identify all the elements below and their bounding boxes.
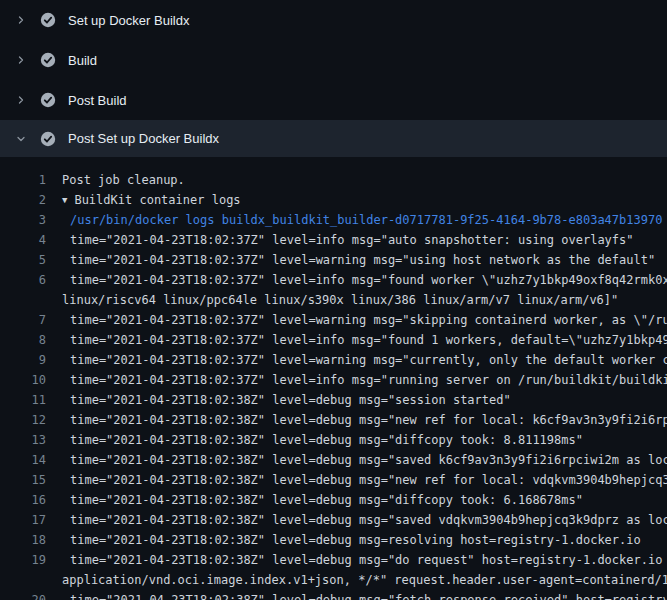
log-text: time="2021-04-23T18:02:38Z" level=debug … [46, 410, 667, 430]
line-number[interactable]: 13 [0, 430, 46, 450]
log-line: 3/usr/bin/docker logs buildx_buildkit_bu… [0, 210, 667, 230]
chevron-right-icon[interactable] [14, 93, 28, 107]
log-line: 1Post job cleanup. [0, 170, 667, 190]
log-line: 4time="2021-04-23T18:02:37Z" level=info … [0, 230, 667, 250]
line-number[interactable]: 16 [0, 490, 46, 510]
log-line: 14time="2021-04-23T18:02:38Z" level=debu… [0, 450, 667, 470]
line-number[interactable]: 11 [0, 390, 46, 410]
step-header-post-build[interactable]: Post Build [0, 80, 667, 120]
line-number[interactable]: 17 [0, 510, 46, 530]
line-number[interactable]: 9 [0, 350, 46, 370]
log-text: time="2021-04-23T18:02:38Z" level=debug … [46, 510, 667, 530]
log-text: time="2021-04-23T18:02:38Z" level=debug … [46, 490, 667, 510]
check-circle-icon [40, 52, 56, 68]
log-text: time="2021-04-23T18:02:38Z" level=debug … [46, 590, 667, 600]
log-line: 9time="2021-04-23T18:02:37Z" level=warni… [0, 350, 667, 370]
log-viewer: 1Post job cleanup.2▼BuildKit container l… [0, 157, 667, 600]
log-text: linux/riscv64 linux/ppc64le linux/s390x … [46, 290, 667, 310]
log-text: time="2021-04-23T18:02:38Z" level=debug … [46, 450, 667, 470]
log-text: time="2021-04-23T18:02:37Z" level=warnin… [46, 310, 667, 330]
log-text: Post job cleanup. [46, 170, 667, 190]
line-number[interactable]: 20 [0, 590, 46, 600]
log-command-text: /usr/bin/docker logs buildx_buildkit_bui… [46, 210, 667, 230]
chevron-right-icon[interactable] [14, 13, 28, 27]
log-line: 7time="2021-04-23T18:02:37Z" level=warni… [0, 310, 667, 330]
check-circle-icon [40, 12, 56, 28]
step-header-build[interactable]: Build [0, 40, 667, 80]
step-header-set-up-docker-buildx[interactable]: Set up Docker Buildx [0, 0, 667, 40]
log-line: 11time="2021-04-23T18:02:38Z" level=debu… [0, 390, 667, 410]
line-number[interactable]: 14 [0, 450, 46, 470]
step-label: Build [68, 53, 97, 68]
log-text: time="2021-04-23T18:02:37Z" level=info m… [46, 270, 667, 290]
step-header-post-set-up-docker-buildx[interactable]: Post Set up Docker Buildx [0, 120, 667, 157]
log-text: time="2021-04-23T18:02:37Z" level=info m… [46, 230, 667, 250]
log-text: application/vnd.oci.image.index.v1+json,… [46, 570, 667, 590]
log-line: 10time="2021-04-23T18:02:37Z" level=info… [0, 370, 667, 390]
check-circle-icon [40, 131, 56, 147]
line-number[interactable]: 12 [0, 410, 46, 430]
log-line: 16time="2021-04-23T18:02:38Z" level=debu… [0, 490, 667, 510]
line-number[interactable]: 19 [0, 550, 46, 570]
log-line: linux/riscv64 linux/ppc64le linux/s390x … [0, 290, 667, 310]
line-number[interactable]: 5 [0, 250, 46, 270]
line-number[interactable]: 3 [0, 210, 46, 230]
triangle-down-icon: ▼ [62, 190, 67, 210]
log-text: time="2021-04-23T18:02:38Z" level=debug … [46, 390, 667, 410]
line-number[interactable]: 4 [0, 230, 46, 250]
log-line: 12time="2021-04-23T18:02:38Z" level=debu… [0, 410, 667, 430]
line-number[interactable]: 10 [0, 370, 46, 390]
log-text: time="2021-04-23T18:02:38Z" level=debug … [46, 430, 667, 450]
line-number[interactable]: 18 [0, 530, 46, 550]
log-text: time="2021-04-23T18:02:38Z" level=debug … [46, 530, 667, 550]
line-number[interactable] [0, 570, 46, 590]
chevron-right-icon[interactable] [14, 53, 28, 67]
workflow-log-page: Set up Docker BuildxBuildPost BuildPost … [0, 0, 667, 600]
log-line: 5time="2021-04-23T18:02:37Z" level=warni… [0, 250, 667, 270]
check-circle-icon [40, 92, 56, 108]
line-number[interactable]: 15 [0, 470, 46, 490]
log-text: time="2021-04-23T18:02:37Z" level=info m… [46, 330, 667, 350]
log-text: time="2021-04-23T18:02:37Z" level=info m… [46, 370, 667, 390]
log-text: time="2021-04-23T18:02:37Z" level=warnin… [46, 350, 667, 370]
line-number[interactable]: 8 [0, 330, 46, 350]
line-number[interactable]: 2 [0, 190, 46, 210]
log-group-toggle[interactable]: ▼BuildKit container logs [46, 190, 667, 210]
log-text: time="2021-04-23T18:02:38Z" level=debug … [46, 550, 667, 570]
line-number[interactable]: 6 [0, 270, 46, 290]
line-number[interactable]: 7 [0, 310, 46, 330]
group-label: BuildKit container logs [74, 190, 240, 210]
line-number[interactable] [0, 290, 46, 310]
log-line: 8time="2021-04-23T18:02:37Z" level=info … [0, 330, 667, 350]
step-label: Post Build [68, 93, 127, 108]
chevron-down-icon[interactable] [14, 132, 28, 146]
log-text: time="2021-04-23T18:02:37Z" level=warnin… [46, 250, 667, 270]
step-list: Set up Docker BuildxBuildPost BuildPost … [0, 0, 667, 157]
step-label: Post Set up Docker Buildx [68, 131, 219, 146]
log-line: 6time="2021-04-23T18:02:37Z" level=info … [0, 270, 667, 290]
log-line: application/vnd.oci.image.index.v1+json,… [0, 570, 667, 590]
log-line: 18time="2021-04-23T18:02:38Z" level=debu… [0, 530, 667, 550]
line-number[interactable]: 1 [0, 170, 46, 190]
log-line: 2▼BuildKit container logs [0, 190, 667, 210]
log-line: 17time="2021-04-23T18:02:38Z" level=debu… [0, 510, 667, 530]
log-line: 20time="2021-04-23T18:02:38Z" level=debu… [0, 590, 667, 600]
log-line: 19time="2021-04-23T18:02:38Z" level=debu… [0, 550, 667, 570]
log-line: 15time="2021-04-23T18:02:38Z" level=debu… [0, 470, 667, 490]
log-text: time="2021-04-23T18:02:38Z" level=debug … [46, 470, 667, 490]
step-label: Set up Docker Buildx [68, 13, 189, 28]
log-line: 13time="2021-04-23T18:02:38Z" level=debu… [0, 430, 667, 450]
